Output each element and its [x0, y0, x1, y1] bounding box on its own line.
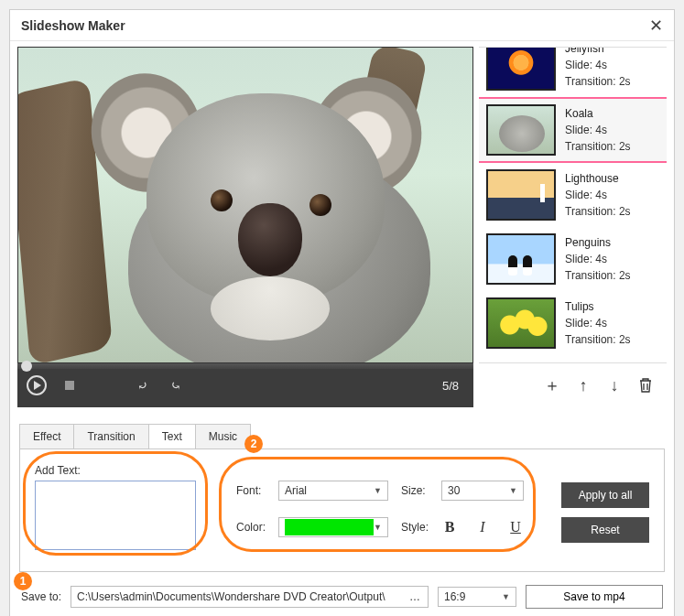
- color-select[interactable]: ▼: [278, 517, 388, 537]
- tab-music[interactable]: Music: [195, 424, 251, 448]
- add-text-input[interactable]: [35, 481, 196, 550]
- underline-button[interactable]: U: [507, 519, 524, 535]
- save-row: Save to: C:\Users\admin\Documents\Wonder…: [10, 572, 674, 616]
- slide-item[interactable]: Penguins Slide: 4s Transition: 2s: [479, 227, 667, 291]
- callout-badge: 1: [14, 572, 32, 590]
- font-select[interactable]: Arial▼: [278, 481, 388, 501]
- editor-tabs: Effect Transition Text Music Add Text: F…: [19, 424, 665, 572]
- thumbnail-penguins: [486, 233, 556, 285]
- color-label: Color:: [236, 521, 266, 534]
- size-select[interactable]: 30▼: [441, 481, 524, 501]
- scrub-track[interactable]: [17, 363, 473, 369]
- bold-button[interactable]: B: [441, 519, 458, 535]
- slide-counter: 5/8: [442, 379, 459, 393]
- slide-name: Tulips: [565, 298, 631, 315]
- slide-name: Penguins: [565, 234, 631, 251]
- slide-item[interactable]: Jellyfish Slide: 4s Transition: 2s: [479, 47, 667, 97]
- slide-item[interactable]: Tulips Slide: 4s Transition: 2s: [479, 291, 667, 355]
- slide-item[interactable]: Lighthouse Slide: 4s Transition: 2s: [479, 163, 667, 227]
- save-path-field[interactable]: C:\Users\admin\Documents\Wondershare DVD…: [71, 586, 429, 608]
- slide-name: Jellyfish: [565, 47, 631, 57]
- slide-name: Koala: [565, 105, 631, 122]
- thumbnail-koala: [486, 104, 556, 156]
- chevron-down-icon: ▼: [509, 486, 517, 495]
- style-label: Style:: [401, 521, 429, 534]
- slide-tools: ＋ ↑ ↓: [479, 363, 667, 407]
- preview-image-koala: [18, 48, 472, 362]
- stop-icon: [65, 381, 74, 390]
- slide-item[interactable]: Koala Slide: 4s Transition: 2s: [479, 97, 667, 163]
- titlebar: Slideshow Maker ✕: [10, 10, 674, 41]
- font-label: Font:: [236, 484, 266, 497]
- italic-button[interactable]: I: [474, 519, 491, 535]
- reset-button[interactable]: Reset: [561, 517, 649, 543]
- thumbnail-tulips: [486, 297, 556, 349]
- save-to-label: Save to:: [21, 590, 61, 603]
- rotate-right-button[interactable]: ⤿: [166, 375, 186, 395]
- preview-column: ⤾ ⤿ 5/8: [17, 47, 473, 407]
- window-title: Slideshow Maker: [21, 18, 125, 33]
- move-down-button[interactable]: ↓: [606, 377, 623, 394]
- scrub-handle[interactable]: [21, 361, 32, 372]
- slideshow-maker-window: Slideshow Maker ✕: [9, 9, 675, 616]
- apply-to-all-button[interactable]: Apply to all: [561, 482, 649, 508]
- add-slide-button[interactable]: ＋: [544, 377, 560, 394]
- trash-icon: [638, 377, 653, 394]
- tab-effect[interactable]: Effect: [19, 424, 74, 448]
- color-swatch: [285, 519, 374, 535]
- text-panel: Add Text: Font: Arial▼ Size: 30▼ Color: …: [19, 448, 665, 572]
- size-label: Size:: [401, 484, 429, 497]
- move-up-button[interactable]: ↑: [575, 377, 592, 394]
- slides-column: Jellyfish Slide: 4s Transition: 2s Koala…: [479, 47, 667, 407]
- thumbnail-jellyfish: [486, 47, 556, 91]
- slides-list[interactable]: Jellyfish Slide: 4s Transition: 2s Koala…: [479, 47, 667, 363]
- browse-button[interactable]: …: [404, 590, 422, 603]
- thumbnail-lighthouse: [486, 169, 556, 221]
- aspect-ratio-select[interactable]: 16:9▼: [438, 587, 516, 607]
- chevron-down-icon: ▼: [502, 592, 510, 601]
- tab-text[interactable]: Text: [148, 424, 196, 448]
- delete-slide-button[interactable]: [637, 377, 654, 394]
- save-path-value: C:\Users\admin\Documents\Wondershare DVD…: [77, 590, 385, 603]
- stop-button[interactable]: [60, 375, 80, 395]
- chevron-down-icon: ▼: [374, 523, 382, 532]
- tab-transition[interactable]: Transition: [73, 424, 148, 448]
- close-icon[interactable]: ✕: [649, 17, 663, 34]
- play-icon: [27, 375, 47, 395]
- add-text-label: Add Text:: [35, 464, 209, 477]
- slide-name: Lighthouse: [565, 170, 631, 187]
- preview-viewport: [17, 47, 473, 363]
- player-bar: ⤾ ⤿ 5/8: [17, 363, 473, 407]
- callout-badge: 2: [244, 435, 263, 453]
- rotate-left-button[interactable]: ⤾: [133, 375, 153, 395]
- play-button[interactable]: [27, 375, 47, 395]
- chevron-down-icon: ▼: [374, 486, 382, 495]
- save-to-mp4-button[interactable]: Save to mp4: [526, 585, 663, 609]
